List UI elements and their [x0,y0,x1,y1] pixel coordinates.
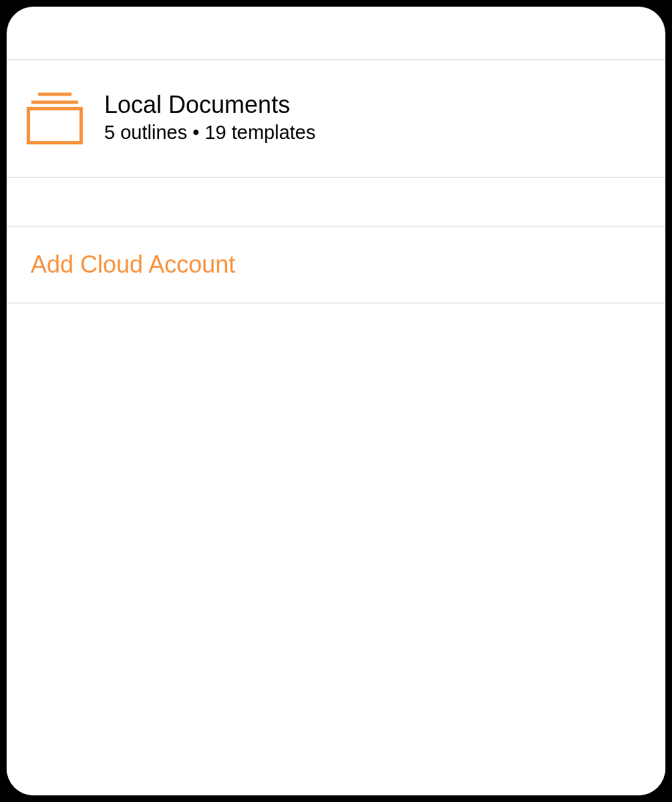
svg-rect-2 [29,109,81,143]
app-window: Local Documents 5 outlines • 19 template… [7,7,665,795]
local-documents-row[interactable]: Local Documents 5 outlines • 19 template… [7,60,665,177]
folder-stack-icon [27,92,86,144]
add-cloud-account-button[interactable]: Add Cloud Account [7,227,665,303]
local-documents-title: Local Documents [104,91,315,118]
empty-section [7,178,665,227]
local-documents-text: Local Documents 5 outlines • 19 template… [104,91,315,146]
spacer-row [7,178,665,226]
local-documents-subtitle: 5 outlines • 19 templates [104,120,315,146]
top-bar [7,7,665,60]
content-area [7,303,665,795]
locations-section: Local Documents 5 outlines • 19 template… [7,60,665,178]
